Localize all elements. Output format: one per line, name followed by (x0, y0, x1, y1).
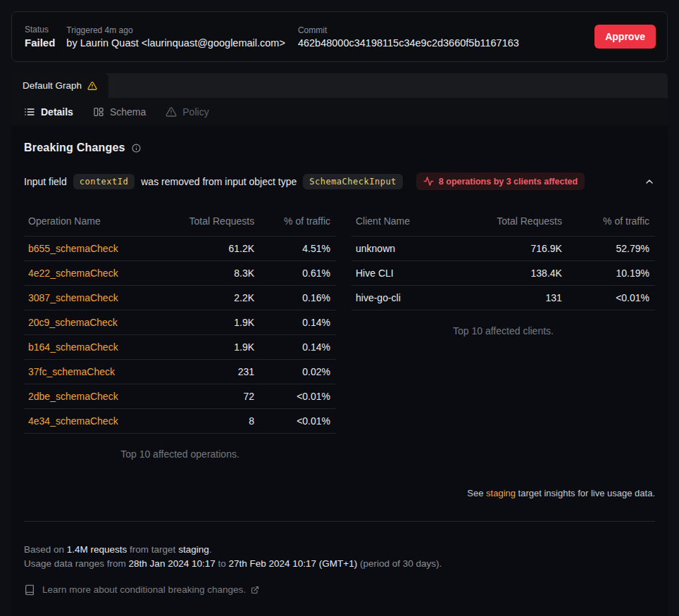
column-header: % of traffic (568, 210, 655, 237)
operations-column: Operation NameTotal Requests% of traffic… (24, 210, 336, 460)
warning-triangle-icon (87, 81, 97, 91)
tab-label: Default Graph (23, 80, 82, 91)
status-value: Failed (25, 37, 55, 49)
column-header: Total Requests (451, 210, 568, 237)
traffic-cell: 0.14% (260, 335, 336, 360)
footer-line-1: Based on 1.4M requests from target stagi… (24, 543, 655, 557)
chevron-up-icon[interactable] (644, 176, 655, 187)
triggered-block: Triggered 4m ago by Laurin Quast <laurin… (66, 25, 285, 49)
requests-cell: 2.2K (158, 286, 260, 310)
commit-hash: 462b48000c34198115c34e9c2d3660f5b1167163 (298, 37, 519, 49)
triggered-by: by Laurin Quast <laurinquast@googlemail.… (66, 37, 285, 49)
tab-schema[interactable]: Schema (93, 106, 146, 118)
change-text-middle: was removed from input object type (141, 176, 297, 187)
operation-name-link[interactable]: 2dbe_schemaCheck (28, 391, 118, 402)
table-row: b164_schemaCheck1.9K0.14% (24, 335, 336, 360)
requests-cell: 138.4K (451, 261, 568, 286)
usage-footer: Based on 1.4M requests from target stagi… (24, 543, 655, 597)
insights-note: See staging target insights for live usa… (24, 488, 655, 498)
name-cell: 37fc_schemaCheck (24, 360, 158, 384)
traffic-cell: 52.79% (568, 237, 655, 261)
table-row: b655_schemaCheck61.2K4.51% (24, 237, 336, 261)
name-cell: Hive CLI (351, 261, 451, 286)
table-row: hive-go-cli131<0.01% (351, 286, 655, 310)
operation-name-link[interactable]: 3087_schemaCheck (28, 292, 118, 303)
tab-schema-label: Schema (110, 106, 146, 118)
note-prefix: See (467, 488, 486, 498)
table-row: 2dbe_schemaCheck72<0.01% (24, 384, 336, 409)
section-heading-row: Breaking Changes (24, 142, 655, 154)
requests-cell: 1.9K (158, 310, 260, 335)
status-block: Status Failed (25, 25, 55, 49)
traffic-cell: 0.14% (260, 310, 336, 335)
requests-cell: 61.2K (158, 237, 260, 261)
page: Status Failed Triggered 4m ago by Laurin… (0, 0, 679, 616)
traffic-cell: 4.51% (260, 237, 336, 261)
staging-link[interactable]: staging (486, 488, 516, 498)
note-suffix: target insights for live usage data. (516, 488, 655, 498)
requests-cell: 131 (451, 286, 568, 310)
section-divider (24, 521, 655, 522)
learn-more-link[interactable]: Learn more about conditional breaking ch… (24, 583, 655, 597)
column-header: Total Requests (158, 210, 260, 237)
requests-cell: 8.3K (158, 261, 260, 286)
tab-policy-label: Policy (182, 106, 208, 118)
traffic-cell: 0.61% (260, 261, 336, 286)
book-icon (24, 584, 35, 596)
operation-name-link[interactable]: 20c9_schemaCheck (28, 317, 118, 328)
change-text-prefix: Input field (24, 176, 67, 187)
clients-table: Client NameTotal Requests% of trafficunk… (351, 210, 655, 310)
requests-cell: 72 (158, 384, 260, 409)
tab-details[interactable]: Details (24, 106, 73, 118)
table-row: 20c9_schemaCheck1.9K0.14% (24, 310, 336, 335)
check-subnav: Details Schema Policy (11, 98, 668, 126)
requests-cell: 8 (158, 409, 260, 434)
commit-label: Commit (298, 25, 519, 35)
operation-name-link[interactable]: 37fc_schemaCheck (28, 366, 115, 377)
traffic-cell: 0.02% (260, 360, 336, 384)
operations-table: Operation NameTotal Requests% of traffic… (24, 210, 336, 434)
tab-default-graph[interactable]: Default Graph (11, 73, 108, 98)
external-link-icon (251, 586, 259, 594)
affected-badge: 8 operations by 3 clients affected (416, 172, 585, 190)
affected-badge-label: 8 operations by 3 clients affected (439, 177, 578, 187)
operation-name-link[interactable]: 4e34_schemaCheck (28, 415, 118, 427)
name-cell: 4e22_schemaCheck (24, 261, 158, 286)
traffic-cell: 0.16% (260, 286, 336, 310)
alert-triangle-icon (166, 106, 177, 118)
requests-cell: 1.9K (158, 335, 260, 360)
breaking-changes-panel: Breaking Changes Input field contextId w… (11, 126, 668, 616)
status-label: Status (25, 25, 55, 34)
commit-block: Commit 462b48000c34198115c34e9c2d3660f5b… (298, 25, 519, 49)
operation-name-link[interactable]: b655_schemaCheck (28, 243, 118, 254)
name-cell: 4e34_schemaCheck (24, 409, 158, 434)
traffic-cell: <0.01% (260, 384, 336, 409)
name-cell: hive-go-cli (351, 286, 451, 310)
field-code-chip: contextId (73, 174, 135, 189)
name-cell: 3087_schemaCheck (24, 286, 158, 310)
name-cell: unknown (351, 237, 451, 261)
operation-name-link[interactable]: b164_schemaCheck (28, 341, 118, 353)
table-row: Hive CLI138.4K10.19% (351, 261, 655, 286)
traffic-cell: <0.01% (260, 409, 336, 434)
approve-button[interactable]: Approve (594, 25, 656, 49)
clients-column: Client NameTotal Requests% of trafficunk… (351, 210, 655, 337)
info-icon[interactable] (132, 144, 141, 153)
operation-name-link[interactable]: 4e22_schemaCheck (28, 268, 118, 279)
clients-caption: Top 10 affected clients. (351, 325, 655, 337)
footer-line-2: Usage data ranges from 28th Jan 2024 10:… (24, 557, 655, 571)
tab-policy[interactable]: Policy (166, 106, 208, 118)
table-row: 4e34_schemaCheck8<0.01% (24, 409, 336, 434)
triggered-label: Triggered 4m ago (66, 25, 285, 35)
tab-details-label: Details (41, 106, 73, 118)
traffic-cell: <0.01% (568, 286, 655, 310)
page-title: Breaking Changes (24, 142, 125, 154)
name-cell: b164_schemaCheck (24, 335, 158, 360)
column-header: Operation Name (24, 210, 158, 237)
requests-cell: 231 (158, 360, 260, 384)
list-icon (24, 106, 35, 118)
table-row: 37fc_schemaCheck2310.02% (24, 360, 336, 384)
name-cell: b655_schemaCheck (24, 237, 158, 261)
breaking-change-row[interactable]: Input field contextId was removed from i… (24, 172, 655, 190)
graph-tab-strip: Default Graph (11, 73, 668, 98)
